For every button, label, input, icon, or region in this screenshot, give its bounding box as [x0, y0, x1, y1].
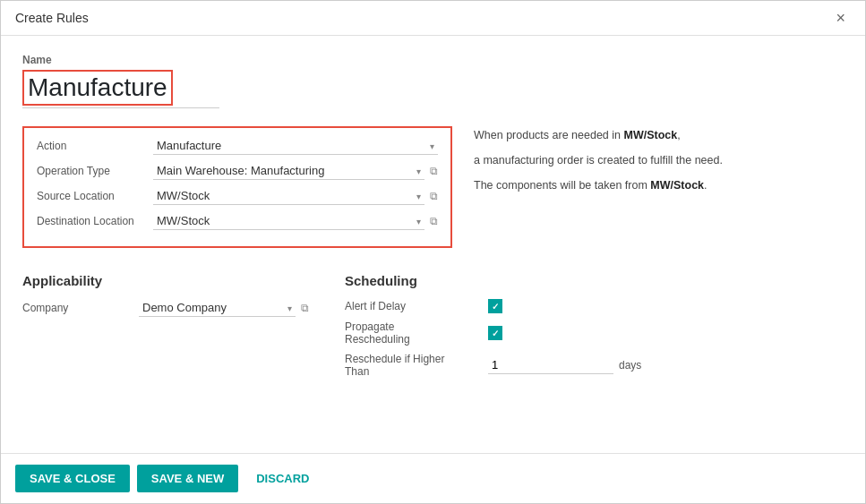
destination-location-external-link-icon[interactable]: ⧉: [430, 215, 438, 227]
alert-delay-row: Alert if Delay: [345, 299, 844, 313]
scheduling-section: Scheduling Alert if Delay Propagate Resc…: [345, 273, 844, 385]
company-label: Company: [22, 302, 139, 314]
action-label: Action: [37, 140, 153, 152]
reschedule-input[interactable]: 1: [488, 356, 613, 374]
name-input-wrapper: Manufacture: [22, 70, 173, 106]
action-control: Manufacture ▾: [153, 137, 438, 155]
main-content: Action Manufacture ▾ Operation: [22, 126, 844, 269]
action-row: Action Manufacture ▾: [37, 137, 438, 155]
propagate-row: Propagate Rescheduling: [345, 320, 844, 346]
propagate-checkbox[interactable]: [488, 326, 502, 340]
alert-delay-checkbox[interactable]: [488, 299, 502, 313]
save-new-button[interactable]: SAVE & NEW: [137, 465, 238, 492]
destination-location-select-wrapper: MW/Stock ▾: [153, 212, 424, 230]
applicability-section: Applicability Company Demo Company ▾ ⧉: [22, 273, 309, 385]
info-line-2: a manufacturing order is created to fulf…: [474, 151, 844, 169]
company-control: Demo Company ▾ ⧉: [139, 299, 309, 317]
dialog-title: Create Rules: [15, 11, 89, 25]
reschedule-label: Reschedule if Higher Than: [345, 353, 488, 378]
operation-type-label: Operation Type: [37, 165, 153, 177]
scheduling-title: Scheduling: [345, 273, 844, 288]
right-panel: When products are needed in MW/Stock, a …: [474, 126, 844, 269]
bottom-sections: Applicability Company Demo Company ▾ ⧉: [22, 273, 844, 385]
operation-type-control: Main Warehouse: Manufacturing ▾ ⧉: [153, 162, 438, 180]
left-panel: Action Manufacture ▾ Operation: [22, 126, 452, 269]
reschedule-row: Reschedule if Higher Than 1 days: [345, 353, 844, 378]
name-section: Name Manufacture: [22, 54, 844, 108]
save-close-button[interactable]: SAVE & CLOSE: [15, 465, 130, 492]
destination-location-select[interactable]: MW/Stock: [153, 212, 424, 230]
source-location-label: Source Location: [37, 190, 153, 202]
destination-location-control: MW/Stock ▾ ⧉: [153, 212, 438, 230]
operation-type-select[interactable]: Main Warehouse: Manufacturing: [153, 162, 424, 180]
name-underline: [22, 107, 219, 108]
operation-type-select-wrapper: Main Warehouse: Manufacturing ▾: [153, 162, 424, 180]
source-location-control: MW/Stock ▾ ⧉: [153, 187, 438, 205]
company-select[interactable]: Demo Company: [139, 299, 296, 317]
dialog-body: Name Manufacture Action Ma: [1, 36, 865, 453]
name-value[interactable]: Manufacture: [28, 73, 167, 102]
info-bold-3: MW/Stock: [650, 179, 704, 192]
company-row: Company Demo Company ▾ ⧉: [22, 299, 309, 317]
operation-type-external-link-icon[interactable]: ⧉: [430, 165, 438, 177]
name-label: Name: [22, 54, 844, 66]
destination-location-row: Destination Location MW/Stock ▾ ⧉: [37, 212, 438, 230]
dialog-header: Create Rules ×: [1, 1, 865, 36]
source-location-external-link-icon[interactable]: ⧉: [430, 190, 438, 202]
source-location-row: Source Location MW/Stock ▾ ⧉: [37, 187, 438, 205]
action-select-wrapper: Manufacture ▾: [153, 137, 438, 155]
operation-type-row: Operation Type Main Warehouse: Manufactu…: [37, 162, 438, 180]
action-select[interactable]: Manufacture: [153, 137, 438, 155]
close-button[interactable]: ×: [830, 8, 851, 28]
destination-location-label: Destination Location: [37, 215, 153, 227]
info-bold-1: MW/Stock: [623, 129, 677, 141]
company-external-link-icon[interactable]: ⧉: [301, 302, 309, 314]
info-line-3: The components will be taken from MW/Sto…: [474, 176, 844, 194]
info-text: When products are needed in MW/Stock, a …: [474, 126, 844, 194]
applicability-title: Applicability: [22, 273, 309, 288]
discard-button[interactable]: DISCARD: [245, 465, 320, 492]
source-location-select-wrapper: MW/Stock ▾: [153, 187, 424, 205]
propagate-label: Propagate Rescheduling: [345, 320, 488, 346]
source-location-select[interactable]: MW/Stock: [153, 187, 424, 205]
dialog-footer: SAVE & CLOSE SAVE & NEW DISCARD: [1, 453, 865, 503]
rules-box: Action Manufacture ▾ Operation: [22, 126, 452, 248]
info-line-1: When products are needed in MW/Stock,: [474, 126, 844, 144]
create-rules-dialog: Create Rules × Name Manufacture Action: [0, 0, 866, 504]
reschedule-unit: days: [619, 359, 641, 372]
alert-delay-label: Alert if Delay: [345, 300, 488, 312]
company-select-wrapper: Demo Company ▾: [139, 299, 296, 317]
